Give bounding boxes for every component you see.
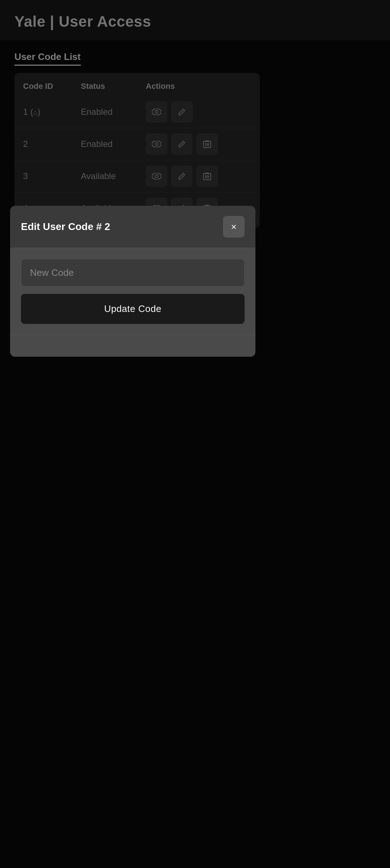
edit-button-1[interactable] <box>171 101 193 123</box>
edit-icon <box>178 108 186 116</box>
actions-2 <box>146 133 251 155</box>
close-icon: × <box>231 221 236 233</box>
eye-icon <box>152 109 161 115</box>
eye-icon <box>152 141 161 147</box>
view-button-3[interactable] <box>146 165 167 187</box>
col-header-actions: Actions <box>146 82 251 91</box>
status-1: Enabled <box>81 107 146 117</box>
status-3: Available <box>81 171 146 181</box>
code-id-2: 2 <box>23 139 81 149</box>
status-2: Enabled <box>81 139 146 149</box>
code-table: Code ID Status Actions 1 (⌂) Enabled <box>14 73 260 228</box>
modal-close-button[interactable]: × <box>223 216 245 238</box>
svg-point-2 <box>152 141 161 147</box>
code-id-3: 3 <box>23 171 81 181</box>
table-row: 1 (⌂) Enabled <box>14 96 260 128</box>
trash-icon <box>203 172 211 181</box>
code-id-1: 1 (⌂) <box>23 107 81 117</box>
actions-1 <box>146 101 251 123</box>
col-header-status: Status <box>81 82 146 91</box>
modal-title: Edit User Code # 2 <box>21 221 110 233</box>
edit-user-code-modal: Edit User Code # 2 × Update Code <box>10 206 255 357</box>
home-icon: ⌂ <box>33 108 38 117</box>
edit-button-3[interactable] <box>171 165 193 187</box>
app-header: Yale | User Access <box>0 0 390 40</box>
col-header-code-id: Code ID <box>23 82 81 91</box>
table-row: 2 Enabled <box>14 128 260 160</box>
svg-point-1 <box>155 110 158 113</box>
modal-body: Update Code <box>10 248 255 335</box>
svg-point-0 <box>152 109 161 115</box>
edit-button-2[interactable] <box>171 133 193 155</box>
trash-icon <box>203 140 211 148</box>
svg-point-9 <box>152 173 161 179</box>
table-row: 3 Available <box>14 160 260 192</box>
svg-point-10 <box>155 175 158 178</box>
view-button-2[interactable] <box>146 133 167 155</box>
actions-3 <box>146 165 251 187</box>
section-tab: User Code List <box>14 51 81 66</box>
view-button-1[interactable] <box>146 101 167 123</box>
app-title: Yale | User Access <box>14 13 376 30</box>
update-code-button[interactable]: Update Code <box>21 294 245 324</box>
delete-button-2[interactable] <box>196 133 218 155</box>
table-header: Code ID Status Actions <box>14 77 260 96</box>
svg-point-3 <box>155 143 158 146</box>
modal-footer <box>10 335 255 357</box>
modal-header: Edit User Code # 2 × <box>10 206 255 248</box>
edit-icon <box>178 140 186 148</box>
new-code-input[interactable] <box>21 259 245 287</box>
eye-icon <box>152 173 161 179</box>
delete-button-3[interactable] <box>196 165 218 187</box>
edit-icon <box>178 172 186 180</box>
